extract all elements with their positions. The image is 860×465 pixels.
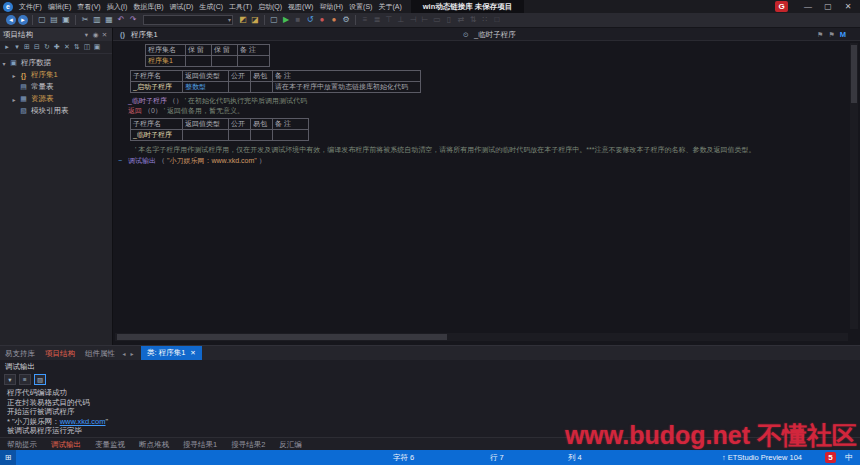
move-icon[interactable]: ⇅ (72, 43, 82, 51)
sub-name-cell[interactable]: _临时子程序 (131, 130, 183, 141)
properties-icon[interactable]: ▣ (92, 43, 102, 51)
paste-icon[interactable]: ▦ (103, 14, 115, 26)
grid-icon[interactable]: ∷ (479, 14, 491, 26)
cut-icon[interactable]: ✂ (79, 14, 91, 26)
bookmark-icon[interactable]: M (840, 30, 846, 39)
space-vertical-icon[interactable]: ⇅ (467, 14, 479, 26)
return-type-cell[interactable]: 整数型 (183, 82, 229, 93)
stop-icon[interactable]: ■ (292, 14, 304, 26)
tree-expander-icon[interactable]: ▸ (10, 72, 18, 79)
close-icon[interactable]: ✕ (100, 31, 109, 39)
open-icon[interactable]: ▤ (48, 14, 60, 26)
tree-expander-icon[interactable]: ▸ (10, 96, 18, 103)
menu-insert[interactable]: 插入(I) (104, 0, 131, 13)
format-tool-icon[interactable]: ≡ (359, 14, 371, 26)
add-item-icon[interactable]: ⊞ (22, 43, 32, 51)
menu-database[interactable]: 数据库(B) (130, 0, 166, 13)
export-icon[interactable]: ◩ (237, 14, 249, 26)
space-horizontal-icon[interactable]: ⇄ (455, 14, 467, 26)
minimize-button[interactable]: — (800, 0, 816, 13)
table-row[interactable]: _临时子程序 (131, 130, 309, 141)
tree-item-module-refs[interactable]: ▧ 模块引用表 (0, 105, 112, 117)
align-top-icon[interactable]: ⊤ (383, 14, 395, 26)
flag-icon[interactable]: ⚑ (828, 31, 834, 38)
sub-name-cell[interactable]: _启动子程序 (131, 82, 183, 93)
tab-support-libraries[interactable]: 易支持库 (0, 346, 40, 361)
wrap-lines-icon[interactable]: ≡ (19, 374, 31, 385)
size-width-icon[interactable]: ▭ (431, 14, 443, 26)
code-line-return[interactable]: 返回 （0） ' 返回值备用，暂无意义。 (128, 106, 848, 116)
table-row[interactable]: _启动子程序 整数型 请在本子程序中放置动态链接库初始化代码 (131, 82, 421, 93)
new-node-icon[interactable]: ✚ (52, 43, 62, 51)
assembly-name-cell[interactable]: 程序集1 (146, 56, 186, 67)
scroll-right-icon[interactable]: ▸ (128, 350, 136, 357)
reserved-cell[interactable] (212, 56, 238, 67)
filter-icon[interactable]: ▾ (4, 374, 16, 385)
editor-content[interactable]: 程序集名 保 留 保 留 备 注 程序集1 子程序名 返回值类型 公开 (118, 43, 848, 329)
code-line-call[interactable]: _临时子程序 （） ' 在初始化代码执行完毕后调用测试代码 (128, 96, 848, 106)
block-comment[interactable]: ' 本名字子程序用作测试程序用，仅在开发及调试环境中有效，编译发布程序前将被系统… (135, 145, 848, 155)
align-right-icon[interactable]: ⊢ (419, 14, 431, 26)
menu-view[interactable]: 查看(V) (74, 0, 103, 13)
scrollbar-thumb[interactable] (117, 334, 447, 340)
tab-search-results-2[interactable]: 搜寻结果2 (224, 438, 272, 450)
tree-item-resources[interactable]: ▸ ▦ 资源表 (0, 93, 112, 105)
tab-help-tips[interactable]: 帮助提示 (0, 438, 44, 450)
menu-launch[interactable]: 启动(Q) (255, 0, 285, 13)
gear-icon[interactable]: ⚙ (340, 14, 352, 26)
remove-item-icon[interactable]: ⊟ (32, 43, 42, 51)
source-page-icon[interactable]: ▢ (268, 14, 280, 26)
align-left-icon[interactable]: ⊣ (407, 14, 419, 26)
tab-search-results-1[interactable]: 搜寻结果1 (176, 438, 224, 450)
show-images-icon[interactable]: ▨ (34, 374, 46, 385)
reserved-cell[interactable] (186, 56, 212, 67)
breakpoint-icon[interactable]: ● (316, 14, 328, 26)
epackage-cell[interactable] (251, 82, 273, 93)
ime-indicator-icon[interactable]: 中 (845, 450, 853, 465)
return-type-cell[interactable] (183, 130, 229, 141)
public-cell[interactable] (229, 130, 251, 141)
note-cell[interactable] (273, 130, 309, 141)
notification-badge[interactable]: 5 (825, 452, 836, 463)
save-icon[interactable]: ▣ (60, 14, 72, 26)
menu-build[interactable]: 生成(C) (196, 0, 226, 13)
tab-breakpoint-stack[interactable]: 断点堆栈 (132, 438, 176, 450)
menu-tools[interactable]: 工具(T) (226, 0, 255, 13)
horizontal-scrollbar[interactable] (115, 333, 848, 341)
theme-icon[interactable]: ● (328, 14, 340, 26)
restart-icon[interactable]: ↺ (304, 14, 316, 26)
tree-root-program-data[interactable]: ▾ ▣ 程序数据 (0, 57, 112, 69)
collapse-icon[interactable]: ▾ (12, 43, 22, 51)
size-height-icon[interactable]: ▯ (443, 14, 455, 26)
pin-icon[interactable]: ◉ (91, 31, 100, 39)
undo-icon[interactable]: ↶ (115, 14, 127, 26)
run-icon[interactable]: ▶ (280, 14, 292, 26)
menu-file[interactable]: 文件(F) (16, 0, 45, 13)
back-icon[interactable]: ◄ (6, 15, 16, 25)
new-file-icon[interactable]: ▢ (36, 14, 48, 26)
status-feedback-icon[interactable]: ⊞ (0, 450, 16, 465)
tab-debug-output[interactable]: 调试输出 (44, 438, 88, 450)
tab-disassembly[interactable]: 反汇编 (272, 438, 309, 450)
public-cell[interactable] (229, 82, 251, 93)
format-tool-icon[interactable]: ≣ (371, 14, 383, 26)
vertical-scrollbar[interactable] (850, 43, 858, 329)
flag-icon[interactable]: ⚑ (817, 31, 823, 38)
current-function-indicator[interactable]: ⊙ _临时子程序 (463, 28, 516, 41)
refresh-icon[interactable]: ↻ (42, 43, 52, 51)
table-row[interactable]: 程序集1 (146, 56, 270, 67)
note-cell[interactable] (238, 56, 270, 67)
document-tab-assembly[interactable]: 类: 程序集1 ✕ (141, 346, 202, 361)
scrollbar-thumb[interactable] (851, 45, 857, 103)
tab-project-structure[interactable]: 项目结构 (40, 346, 80, 361)
menu-help[interactable]: 帮助(H) (316, 0, 346, 13)
frame-icon[interactable]: □ (491, 14, 503, 26)
align-bottom-icon[interactable]: ⊥ (395, 14, 407, 26)
copy-icon[interactable]: ▥ (91, 14, 103, 26)
scroll-left-icon[interactable]: ◂ (120, 350, 128, 357)
redo-icon[interactable]: ↷ (127, 14, 139, 26)
note-cell[interactable]: 请在本子程序中放置动态链接库初始化代码 (273, 82, 421, 93)
tree-expander-icon[interactable]: ▾ (0, 60, 8, 67)
maximize-button[interactable]: ▢ (820, 0, 836, 13)
menu-about[interactable]: 关于(A) (375, 0, 404, 13)
